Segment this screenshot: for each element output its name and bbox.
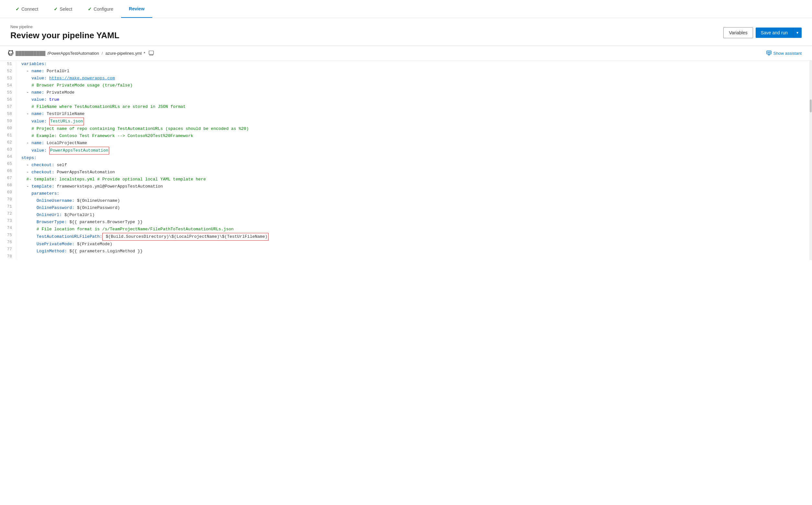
line-number: 66 — [4, 167, 12, 175]
token-k: value: — [31, 75, 47, 82]
token-plain: $(OnlineUsername) — [74, 197, 120, 204]
token-plain — [47, 147, 49, 154]
line-number: 58 — [4, 111, 12, 118]
edit-icon[interactable] — [149, 50, 154, 56]
scrollbar-thumb[interactable] — [810, 100, 812, 113]
line-number: 75 — [4, 231, 12, 239]
token-dash: - — [21, 169, 31, 176]
code-line: - checkout: self — [21, 162, 809, 169]
wizard-step-review-label: Review — [129, 6, 145, 11]
token-k: variables: — [21, 60, 47, 68]
code-editor[interactable]: 5152535455565758596061626364656667686970… — [0, 60, 812, 260]
token-plain — [21, 176, 27, 183]
token-dash: - — [21, 111, 31, 118]
token-plain — [21, 211, 37, 219]
line-number: 56 — [4, 96, 12, 103]
token-k: template: — [31, 183, 54, 190]
svg-rect-5 — [769, 52, 770, 53]
variables-button[interactable]: Variables — [723, 27, 753, 38]
code-line: LoginMethod: ${{ parameters.LoginMethod … — [21, 248, 809, 255]
code-line: OnlineUsername: $(OnlineUsername) — [21, 197, 809, 204]
token-plain: $(PortalUrl) — [62, 211, 94, 219]
page-title: Review your pipeline YAML — [10, 30, 120, 40]
token-k: BrowserType: — [37, 219, 67, 226]
svg-rect-4 — [768, 52, 769, 53]
line-number: 76 — [4, 239, 12, 246]
show-assistant-label: Show assistant — [774, 51, 802, 56]
wizard-step-review[interactable]: Review — [121, 0, 152, 18]
line-number: 62 — [4, 139, 12, 146]
token-plain: ${{ parameters.BrowserType }} — [67, 219, 143, 226]
token-k: steps: — [21, 155, 37, 162]
token-k: name: — [31, 89, 44, 96]
wizard-step-connect[interactable]: ✓ Connect — [8, 0, 46, 18]
wizard-step-configure[interactable]: ✓ Configure — [80, 0, 121, 18]
chevron-down-icon: ▾ — [796, 30, 798, 35]
line-number: 77 — [4, 246, 12, 253]
code-line: - name: PortalUrl — [21, 68, 809, 75]
line-number: 64 — [4, 153, 12, 160]
code-line: value: TestURLs.json — [21, 118, 809, 125]
code-line: variables: — [21, 60, 809, 68]
line-number: 53 — [4, 75, 12, 82]
token-plain — [21, 197, 37, 204]
token-plain — [21, 233, 37, 240]
assistant-icon — [766, 50, 772, 56]
line-number: 69 — [4, 189, 12, 196]
token-dash: - — [21, 140, 31, 147]
show-assistant-button[interactable]: Show assistant — [764, 49, 804, 57]
line-numbers: 5152535455565758596061626364656667686970… — [0, 60, 16, 260]
token-k: value: — [31, 147, 47, 154]
scrollbar[interactable] — [809, 60, 812, 260]
token-k: parameters: — [31, 190, 59, 197]
breadcrumb: New pipeline — [10, 25, 120, 29]
token-k: value: — [31, 96, 47, 103]
token-plain — [21, 226, 37, 233]
token-k: value: — [31, 118, 47, 125]
save-run-main-button[interactable]: Save and run — [756, 27, 793, 38]
token-plain: $(PrivateMode) — [74, 241, 113, 248]
token-k: LoginMethod: — [37, 248, 67, 255]
token-plain: ${{ parameters.LoginMethod }} — [67, 248, 143, 255]
token-plain — [21, 133, 31, 140]
repo-name: ██████████ — [16, 51, 45, 56]
code-line: - name: TestUrlFileName — [21, 111, 809, 118]
wizard-step-select[interactable]: ✓ Select — [46, 0, 80, 18]
code-line: BrowserType: ${{ parameters.BrowserType … — [21, 219, 809, 226]
token-c: # FileName where TestAutomationURLs are … — [31, 103, 186, 111]
token-plain — [21, 219, 37, 226]
token-dash: - — [21, 68, 31, 75]
token-plain: LocalProjectName — [44, 140, 87, 147]
highlighted-value: PowerAppsTestAutomation — [49, 147, 109, 155]
code-line: OnlineUrl: $(PortalUrl) — [21, 211, 809, 219]
line-number: 70 — [4, 196, 12, 203]
svg-rect-2 — [150, 54, 153, 55]
line-number: 65 — [4, 160, 12, 167]
token-k: OnlineUsername: — [37, 197, 74, 204]
file-name: azure-pipelines.yml — [105, 51, 142, 56]
svg-rect-1 — [149, 51, 154, 54]
token-plain: PrivateMode — [44, 89, 74, 96]
repo-path: /PowerAppsTestAutomation — [47, 51, 99, 56]
token-plain: PowerAppsTestAutomation — [54, 169, 115, 176]
file-modified-indicator: * — [144, 51, 145, 56]
code-line: - template: frameworksteps.yml@PowerApps… — [21, 183, 809, 190]
line-number: 68 — [4, 182, 12, 189]
token-plain: TestUrlFileName — [44, 111, 84, 118]
code-line: UsePrivateMode: $(PrivateMode) — [21, 241, 809, 248]
line-number: 72 — [4, 210, 12, 217]
token-plain — [21, 82, 31, 89]
token-plain: PortalUrl — [44, 68, 69, 75]
line-number: 63 — [4, 146, 12, 153]
code-line: parameters: — [21, 190, 809, 197]
save-run-dropdown-button[interactable]: ▾ — [793, 27, 802, 38]
token-k: checkout: — [31, 169, 54, 176]
token-plain: $(OnlinePassword) — [74, 204, 120, 211]
token-c: # Browser PrivateMode usage (true/false) — [31, 82, 133, 89]
line-number: 73 — [4, 217, 12, 224]
code-line: steps: — [21, 155, 809, 162]
wizard-step-select-label: Select — [59, 6, 72, 12]
token-plain — [47, 118, 49, 125]
code-line: value: true — [21, 96, 809, 103]
token-url: https://make.powerapps.com — [49, 75, 115, 82]
